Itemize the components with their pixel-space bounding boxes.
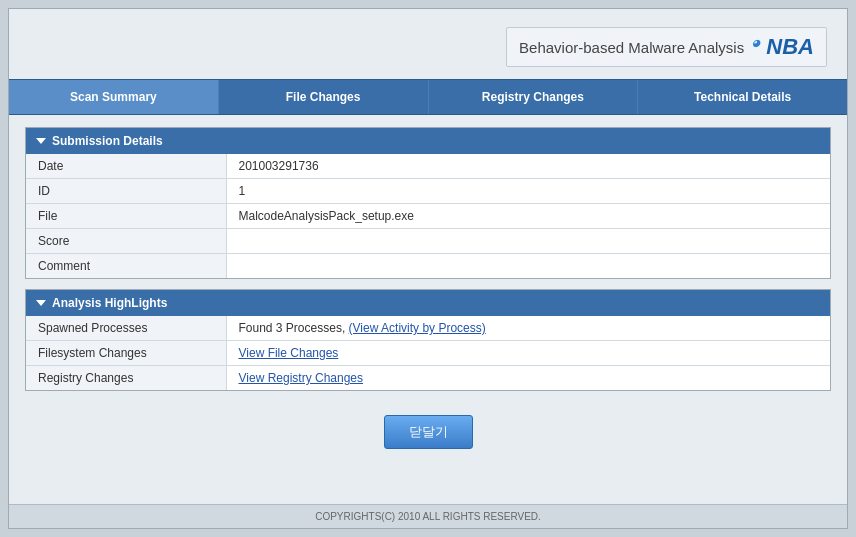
nav-tabs: Scan Summary File Changes Registry Chang…	[9, 79, 847, 115]
submission-details-title: Submission Details	[52, 134, 163, 148]
tab-registry-changes[interactable]: Registry Changes	[429, 80, 639, 114]
registry-changes-label: Registry Changes	[26, 366, 226, 391]
table-row: ID 1	[26, 179, 830, 204]
close-button[interactable]: 닫달기	[384, 415, 473, 449]
button-area: 닫달기	[25, 401, 831, 455]
table-row: Filesystem Changes View File Changes	[26, 341, 830, 366]
analysis-highlights-table: Spawned Processes Found 3 Processes, (Vi…	[26, 316, 830, 390]
id-value: 1	[226, 179, 830, 204]
id-label: ID	[26, 179, 226, 204]
outer-frame: Behavior-based Malware Analysis ◕ NBA Sc…	[0, 0, 856, 537]
analysis-highlights-section: Analysis HighLights Spawned Processes Fo…	[25, 289, 831, 391]
comment-label: Comment	[26, 254, 226, 279]
file-value: MalcodeAnalysisPack_setup.exe	[226, 204, 830, 229]
logo-brand: ◕ NBA	[752, 34, 814, 60]
view-file-changes-link[interactable]: View File Changes	[239, 346, 339, 360]
content-area: Submission Details Date 201003291736 ID …	[9, 115, 847, 504]
filesystem-changes-value: View File Changes	[226, 341, 830, 366]
table-row: File MalcodeAnalysisPack_setup.exe	[26, 204, 830, 229]
score-value	[226, 229, 830, 254]
brand-arc: ◕	[752, 38, 760, 48]
tab-technical-details[interactable]: Technical Details	[638, 80, 847, 114]
table-row: Comment	[26, 254, 830, 279]
date-label: Date	[26, 154, 226, 179]
filesystem-changes-label: Filesystem Changes	[26, 341, 226, 366]
table-row: Spawned Processes Found 3 Processes, (Vi…	[26, 316, 830, 341]
score-label: Score	[26, 229, 226, 254]
view-registry-changes-link[interactable]: View Registry Changes	[239, 371, 364, 385]
arrow-icon	[36, 300, 46, 306]
comment-value	[226, 254, 830, 279]
view-activity-link[interactable]: (View Activity by Process)	[349, 321, 486, 335]
table-row: Registry Changes View Registry Changes	[26, 366, 830, 391]
arrow-icon	[36, 138, 46, 144]
registry-changes-value: View Registry Changes	[226, 366, 830, 391]
inner-frame: Behavior-based Malware Analysis ◕ NBA Sc…	[8, 8, 848, 529]
table-row: Score	[26, 229, 830, 254]
tab-file-changes[interactable]: File Changes	[219, 80, 429, 114]
footer: COPYRIGHTS(C) 2010 ALL RIGHTS RESERVED.	[9, 504, 847, 528]
logo-container: Behavior-based Malware Analysis ◕ NBA	[506, 27, 827, 67]
footer-text: COPYRIGHTS(C) 2010 ALL RIGHTS RESERVED.	[315, 511, 541, 522]
date-value: 201003291736	[226, 154, 830, 179]
spawned-processes-value: Found 3 Processes, (View Activity by Pro…	[226, 316, 830, 341]
table-row: Date 201003291736	[26, 154, 830, 179]
spawned-processes-label: Spawned Processes	[26, 316, 226, 341]
submission-details-header: Submission Details	[26, 128, 830, 154]
logo-text: Behavior-based Malware Analysis	[519, 39, 744, 56]
analysis-highlights-header: Analysis HighLights	[26, 290, 830, 316]
submission-details-table: Date 201003291736 ID 1 File MalcodeAnaly…	[26, 154, 830, 278]
tab-scan-summary[interactable]: Scan Summary	[9, 80, 219, 114]
file-label: File	[26, 204, 226, 229]
analysis-highlights-title: Analysis HighLights	[52, 296, 167, 310]
submission-details-section: Submission Details Date 201003291736 ID …	[25, 127, 831, 279]
header-area: Behavior-based Malware Analysis ◕ NBA	[9, 9, 847, 79]
